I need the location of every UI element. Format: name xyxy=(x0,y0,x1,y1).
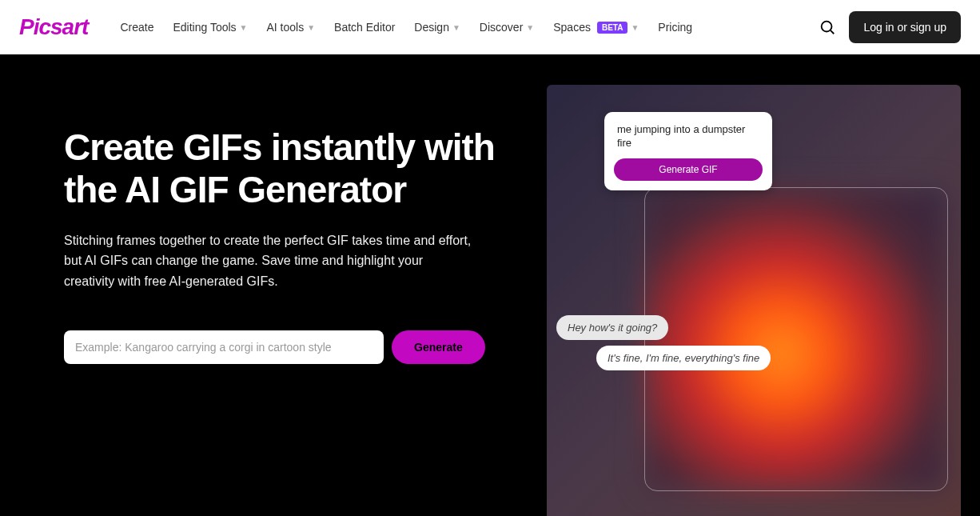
main-nav: Create Editing Tools ▼ AI tools ▼ Batch … xyxy=(120,21,819,34)
chat-bubble-outgoing: It's fine, I'm fine, everything's fine xyxy=(596,346,771,370)
chat-text: It's fine, I'm fine, everything's fine xyxy=(596,346,771,370)
search-icon[interactable] xyxy=(819,18,836,36)
nav-label: Discover xyxy=(480,21,523,34)
svg-line-1 xyxy=(831,30,835,34)
chevron-down-icon: ▼ xyxy=(631,23,639,32)
nav-label: AI tools xyxy=(266,21,304,34)
brand-logo[interactable]: Picsart xyxy=(19,14,88,40)
hero-content: Create GIFs instantly with the AI GIF Ge… xyxy=(64,54,496,516)
chat-bubble-incoming: Hey how's it going? xyxy=(556,315,668,340)
nav-item-design[interactable]: Design ▼ xyxy=(414,21,460,34)
nav-label: Pricing xyxy=(658,21,692,34)
example-prompt-card: me jumping into a dumpster fire Generate… xyxy=(604,112,772,190)
svg-point-0 xyxy=(822,22,832,32)
generate-button[interactable]: Generate xyxy=(392,330,485,364)
prompt-input[interactable] xyxy=(64,330,384,364)
nav-item-editing-tools[interactable]: Editing Tools ▼ xyxy=(173,21,247,34)
chevron-down-icon: ▼ xyxy=(240,23,248,32)
login-signup-button[interactable]: Log in or sign up xyxy=(849,11,961,43)
nav-label: Design xyxy=(414,21,449,34)
chevron-down-icon: ▼ xyxy=(452,23,460,32)
nav-label: Batch Editor xyxy=(334,21,395,34)
hero-section: Create GIFs instantly with the AI GIF Ge… xyxy=(0,54,980,516)
chevron-down-icon: ▼ xyxy=(526,23,534,32)
hero-title: Create GIFs instantly with the AI GIF Ge… xyxy=(64,126,496,211)
chevron-down-icon: ▼ xyxy=(307,23,315,32)
nav-item-ai-tools[interactable]: AI tools ▼ xyxy=(266,21,315,34)
gif-preview-image xyxy=(644,187,948,491)
beta-badge: BETA xyxy=(597,22,627,34)
nav-item-create[interactable]: Create xyxy=(120,21,153,34)
nav-label: Create xyxy=(120,21,153,34)
nav-item-batch-editor[interactable]: Batch Editor xyxy=(334,21,395,34)
hero-illustration: me jumping into a dumpster fire Generate… xyxy=(547,85,961,516)
nav-label: Spaces xyxy=(553,21,591,34)
example-generate-button: Generate GIF xyxy=(614,158,763,181)
nav-item-discover[interactable]: Discover ▼ xyxy=(480,21,534,34)
prompt-row: Generate xyxy=(64,330,496,364)
chat-text: Hey how's it going? xyxy=(556,315,668,340)
main-header: Picsart Create Editing Tools ▼ AI tools … xyxy=(0,0,980,54)
nav-label: Editing Tools xyxy=(173,21,236,34)
nav-item-pricing[interactable]: Pricing xyxy=(658,21,692,34)
header-actions: Log in or sign up xyxy=(819,11,961,43)
hero-description: Stitching frames together to create the … xyxy=(64,230,472,292)
example-prompt-text: me jumping into a dumpster fire xyxy=(614,122,763,158)
nav-item-spaces[interactable]: Spaces BETA ▼ xyxy=(553,21,639,34)
